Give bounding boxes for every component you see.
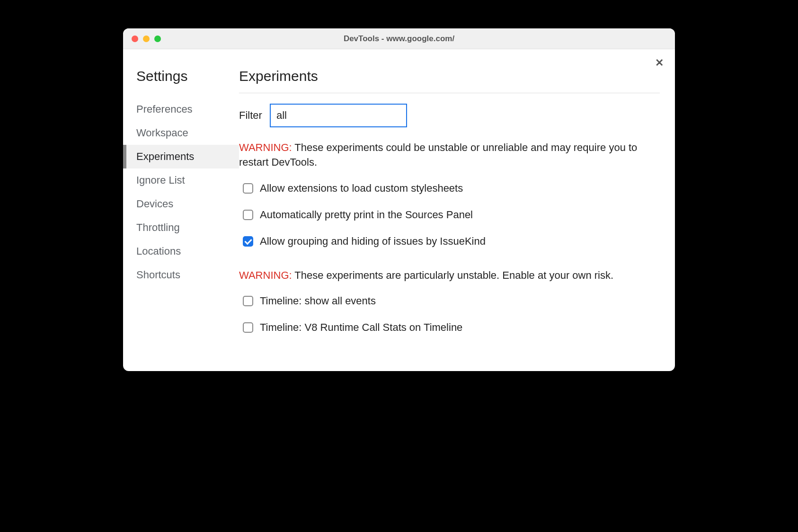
page-title: Experiments xyxy=(239,68,660,93)
filter-input[interactable] xyxy=(270,104,407,127)
warning-risky: WARNING: These experiments are particula… xyxy=(239,268,660,283)
experiment-label: Automatically pretty print in the Source… xyxy=(260,209,473,221)
experiment-checkbox[interactable] xyxy=(243,322,253,333)
experiment-label: Allow extensions to load custom styleshe… xyxy=(260,182,463,195)
sidebar-item-locations[interactable]: Locations xyxy=(123,239,239,263)
experiment-label: Allow grouping and hiding of issues by I… xyxy=(260,235,486,248)
sidebar-title: Settings xyxy=(123,68,239,84)
warning-label: WARNING: xyxy=(239,269,292,281)
content-area: ✕ Settings Preferences Workspace Experim… xyxy=(123,49,675,371)
experiment-item: Allow extensions to load custom styleshe… xyxy=(239,182,660,195)
warning-text: These experiments are particularly unsta… xyxy=(292,269,614,281)
warning-unstable: WARNING: These experiments could be unst… xyxy=(239,141,660,170)
sidebar-item-throttling[interactable]: Throttling xyxy=(123,216,239,239)
sidebar-item-devices[interactable]: Devices xyxy=(123,192,239,216)
sidebar-item-workspace[interactable]: Workspace xyxy=(123,121,239,145)
close-icon[interactable]: ✕ xyxy=(655,58,664,68)
main-panel: Experiments Filter WARNING: These experi… xyxy=(239,49,675,371)
experiment-checkbox[interactable] xyxy=(243,183,253,194)
maximize-window-button[interactable] xyxy=(154,35,161,42)
minimize-window-button[interactable] xyxy=(143,35,150,42)
settings-sidebar: Settings Preferences Workspace Experimen… xyxy=(123,49,239,371)
filter-row: Filter xyxy=(239,104,660,127)
warning-text: These experiments could be unstable or u… xyxy=(239,142,637,168)
sidebar-item-shortcuts[interactable]: Shortcuts xyxy=(123,263,239,287)
devtools-window: DevTools - www.google.com/ ✕ Settings Pr… xyxy=(123,28,675,371)
experiment-checkbox[interactable] xyxy=(243,236,253,247)
warning-label: WARNING: xyxy=(239,142,292,153)
filter-label: Filter xyxy=(239,109,262,122)
experiment-item: Timeline: V8 Runtime Call Stats on Timel… xyxy=(239,321,660,334)
titlebar: DevTools - www.google.com/ xyxy=(123,28,675,49)
experiment-item: Timeline: show all events xyxy=(239,295,660,307)
sidebar-item-ignore-list[interactable]: Ignore List xyxy=(123,168,239,192)
sidebar-item-preferences[interactable]: Preferences xyxy=(123,98,239,121)
traffic-lights xyxy=(123,35,161,42)
sidebar-item-experiments[interactable]: Experiments xyxy=(123,145,239,168)
experiment-item: Allow grouping and hiding of issues by I… xyxy=(239,235,660,248)
experiment-checkbox[interactable] xyxy=(243,210,253,220)
experiment-label: Timeline: show all events xyxy=(260,295,376,307)
window-title: DevTools - www.google.com/ xyxy=(344,34,454,44)
experiment-label: Timeline: V8 Runtime Call Stats on Timel… xyxy=(260,321,462,334)
close-window-button[interactable] xyxy=(132,35,138,42)
experiment-checkbox[interactable] xyxy=(243,296,253,306)
experiment-item: Automatically pretty print in the Source… xyxy=(239,209,660,221)
